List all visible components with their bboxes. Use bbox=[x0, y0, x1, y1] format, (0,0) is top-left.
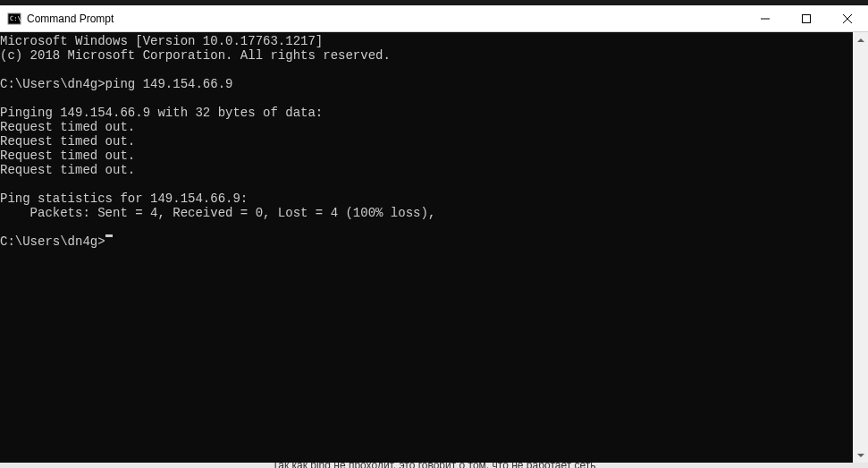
terminal-cursor bbox=[105, 234, 113, 237]
scrollbar[interactable] bbox=[853, 32, 868, 463]
terminal-output-line: Ping statistics for 149.154.66.9: bbox=[0, 191, 853, 206]
command-prompt-window: C:\ Command Prompt Microsoft Windows [Ve… bbox=[0, 5, 868, 463]
svg-marker-7 bbox=[857, 454, 864, 457]
maximize-button[interactable] bbox=[786, 5, 827, 31]
terminal-output-line bbox=[0, 220, 853, 234]
terminal-output-line: Request timed out. bbox=[0, 163, 853, 177]
cmd-icon: C:\ bbox=[7, 12, 21, 26]
terminal-output-line: Request timed out. bbox=[0, 149, 853, 163]
svg-marker-6 bbox=[857, 38, 864, 42]
svg-text:C:\: C:\ bbox=[10, 15, 21, 22]
terminal-output-line: Pinging 149.154.66.9 with 32 bytes of da… bbox=[0, 106, 853, 120]
terminal-content[interactable]: Microsoft Windows [Version 10.0.17763.12… bbox=[0, 32, 853, 463]
scrollbar-down-button[interactable] bbox=[853, 447, 868, 463]
scrollbar-up-button[interactable] bbox=[853, 32, 868, 47]
window-title: Command Prompt bbox=[27, 13, 114, 25]
minimize-button[interactable] bbox=[745, 5, 786, 31]
window-controls bbox=[745, 5, 868, 31]
terminal-prompt: C:\Users\dn4g> bbox=[0, 234, 105, 249]
terminal-output-line: Packets: Sent = 4, Received = 0, Lost = … bbox=[0, 206, 853, 220]
terminal-output-line: (c) 2018 Microsoft Corporation. All righ… bbox=[0, 48, 853, 63]
terminal-area: Microsoft Windows [Version 10.0.17763.12… bbox=[0, 32, 868, 463]
terminal-output-line: Request timed out. bbox=[0, 134, 853, 149]
close-button[interactable] bbox=[827, 5, 868, 31]
terminal-output-line: Request timed out. bbox=[0, 120, 853, 134]
terminal-prompt-line[interactable]: C:\Users\dn4g> bbox=[0, 234, 853, 249]
titlebar[interactable]: C:\ Command Prompt bbox=[0, 5, 868, 32]
terminal-output-line: Microsoft Windows [Version 10.0.17763.12… bbox=[0, 34, 853, 48]
svg-rect-3 bbox=[803, 14, 811, 22]
terminal-output-line bbox=[0, 177, 853, 191]
scrollbar-track[interactable] bbox=[853, 47, 868, 447]
terminal-output-line bbox=[0, 63, 853, 77]
terminal-output-line bbox=[0, 91, 853, 106]
terminal-output-line: C:\Users\dn4g>ping 149.154.66.9 bbox=[0, 77, 853, 91]
